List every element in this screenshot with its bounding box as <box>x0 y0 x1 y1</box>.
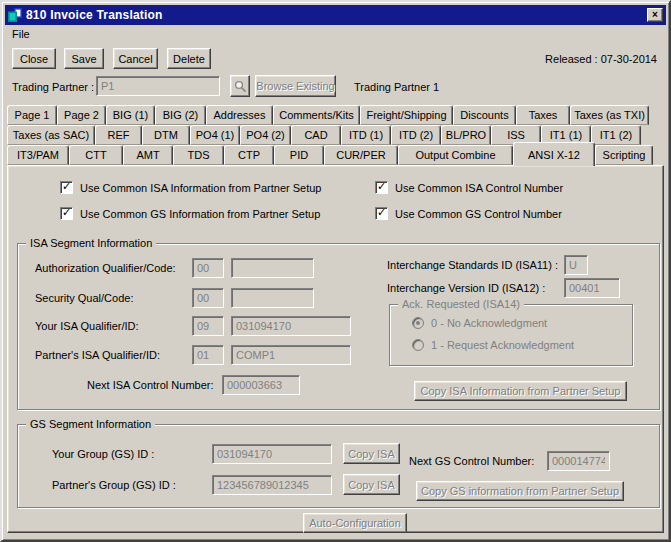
delete-button[interactable]: Delete <box>167 48 211 69</box>
security-qual-label: Security Qual/Code: <box>35 292 133 304</box>
tab-ctt[interactable]: CTT <box>69 145 123 165</box>
isa11-label: Interchange Standards ID (ISA11) : <box>387 259 558 271</box>
title-bar: 810 Invoice Translation × <box>5 5 666 25</box>
next-isa-control-label: Next ISA Control Number: <box>87 379 214 391</box>
use-common-gs-info-checkbox[interactable]: Use Common GS Information from Partner S… <box>60 207 320 220</box>
tab-big-1[interactable]: BIG (1) <box>106 105 155 125</box>
radio-label: 0 - No Acknowledgment <box>431 317 547 329</box>
ack-radio-request: 1 - Request Acknowledgment <box>412 339 574 351</box>
tab-tds[interactable]: TDS <box>173 145 224 165</box>
your-isa-id-input <box>231 316 351 336</box>
isa11-input <box>564 255 588 275</box>
isa12-input <box>564 278 620 298</box>
checkbox-checked-icon <box>60 207 73 220</box>
checkbox-label: Use Common GS Information from Partner S… <box>80 208 320 220</box>
use-common-isa-info-checkbox[interactable]: Use Common ISA Information from Partner … <box>60 181 322 194</box>
tab-big-2[interactable]: BIG (2) <box>155 105 206 125</box>
tab-dtm[interactable]: DTM <box>142 125 190 145</box>
ack-requested-groupbox: Ack. Requested (ISA14) 0 - No Acknowledg… <box>389 304 633 366</box>
partner-isa-id-input <box>231 345 351 365</box>
tab-cad[interactable]: CAD <box>291 125 341 145</box>
auth-qualifier-input <box>192 258 224 278</box>
window-title: 810 Invoice Translation <box>26 8 163 22</box>
ansi-x12-panel: Use Common ISA Information from Partner … <box>7 165 664 533</box>
isa-group-title: ISA Segment Information <box>26 236 156 250</box>
save-button[interactable]: Save <box>64 48 104 69</box>
isa-segment-groupbox: ISA Segment Information Authorization Qu… <box>17 243 660 410</box>
tab-discounts[interactable]: Discounts <box>453 105 516 125</box>
tab-taxes-as-txi[interactable]: Taxes (as TXI) <box>570 105 649 125</box>
copy-isa-your-button: Copy ISA <box>343 443 400 464</box>
tab-freight-shipping[interactable]: Freight/Shipping <box>360 105 453 125</box>
tab-ctp[interactable]: CTP <box>224 145 274 165</box>
tab-po4-1[interactable]: PO4 (1) <box>190 125 240 145</box>
copy-gs-from-partner-button: Copy GS information from Partner Setup <box>416 481 624 501</box>
tab-row-1: Page 1 Page 2 BIG (1) BIG (2) Addresses … <box>7 105 649 125</box>
tab-it1-2[interactable]: IT1 (2) <box>591 125 641 145</box>
tab-bl-pro[interactable]: BL/PRO <box>441 125 491 145</box>
tab-output-combine[interactable]: Output Combine <box>398 145 513 165</box>
tab-itd-2[interactable]: ITD (2) <box>391 125 441 145</box>
tab-page-2[interactable]: Page 2 <box>57 105 106 125</box>
your-isa-qualifier-input <box>192 316 224 336</box>
tab-ref[interactable]: REF <box>95 125 142 145</box>
tab-it3-pam[interactable]: IT3/PAM <box>7 145 69 165</box>
tab-page-1[interactable]: Page 1 <box>7 105 57 125</box>
trading-partner-label: Trading Partner : <box>12 81 94 93</box>
checkbox-checked-icon <box>375 207 388 220</box>
your-group-id-label: Your Group (GS) ID : <box>52 448 154 460</box>
use-common-gs-control-checkbox[interactable]: Use Common GS Control Number <box>375 207 562 220</box>
tab-amt[interactable]: AMT <box>123 145 173 165</box>
tab-addresses[interactable]: Addresses <box>206 105 273 125</box>
security-qual-input <box>192 288 224 308</box>
tab-taxes[interactable]: Taxes <box>516 105 570 125</box>
checkbox-label: Use Common ISA Information from Partner … <box>80 182 322 194</box>
tab-comments-kits[interactable]: Comments/Kits <box>273 105 360 125</box>
radio-icon <box>412 339 424 351</box>
tab-taxes-as-sac[interactable]: Taxes (as SAC) <box>7 125 95 145</box>
checkbox-checked-icon <box>375 181 388 194</box>
next-gs-control-input <box>547 451 610 471</box>
tab-scripting[interactable]: Scripting <box>595 145 653 165</box>
copy-isa-partner-button: Copy ISA <box>343 474 400 495</box>
tab-itd-1[interactable]: ITD (1) <box>341 125 391 145</box>
search-button[interactable] <box>230 75 250 97</box>
radio-label: 1 - Request Acknowledgment <box>431 339 574 351</box>
menu-file[interactable]: File <box>5 27 37 41</box>
partner-group-id-label: Partner's Group (GS) ID : <box>52 479 176 491</box>
trading-partner-input <box>96 76 220 96</box>
gs-group-title: GS Segment Information <box>26 417 155 431</box>
copy-isa-from-partner-button: Copy ISA Information from Partner Setup <box>414 381 627 401</box>
use-common-isa-control-checkbox[interactable]: Use Common ISA Control Number <box>375 181 563 194</box>
menu-bar: File <box>5 25 666 43</box>
partner-isa-qualifier-input <box>192 345 224 365</box>
partner-isa-qualifier-label: Partner's ISA Qualifier/ID: <box>35 349 160 361</box>
next-isa-control-input <box>222 375 300 395</box>
tab-pid[interactable]: PID <box>274 145 324 165</box>
checkbox-label: Use Common ISA Control Number <box>395 182 563 194</box>
ack-group-title: Ack. Requested (ISA14) <box>398 297 524 311</box>
cancel-button[interactable]: Cancel <box>113 48 158 69</box>
app-icon <box>8 8 22 22</box>
tab-po4-2[interactable]: PO4 (2) <box>240 125 291 145</box>
gs-segment-groupbox: GS Segment Information Your Group (GS) I… <box>17 424 660 508</box>
close-icon[interactable]: × <box>647 8 663 22</box>
isa12-label: Interchange Version ID (ISA12) : <box>387 282 545 294</box>
your-group-id-input <box>212 444 332 464</box>
security-code-input <box>231 288 314 308</box>
auth-qualifier-label: Authorization Qualifier/Code: <box>35 262 176 274</box>
auto-configuration-button: Auto-Configuration <box>303 513 407 533</box>
partner-group-id-input <box>212 475 332 495</box>
tab-ansi-x12[interactable]: ANSI X-12 <box>513 142 595 166</box>
close-button[interactable]: Close <box>12 48 56 69</box>
tab-row-3: IT3/PAM CTT AMT TDS CTP PID CUR/PER Outp… <box>7 145 653 165</box>
released-date-label: Released : 07-30-2014 <box>545 53 657 65</box>
tab-cur-per[interactable]: CUR/PER <box>324 145 398 165</box>
trading-partner-name: Trading Partner 1 <box>354 81 439 93</box>
invoice-translation-window: 810 Invoice Translation × File Close Sav… <box>0 0 671 542</box>
your-isa-qualifier-label: Your ISA Qualifier/ID: <box>35 320 139 332</box>
radio-selected-icon <box>412 317 424 329</box>
checkbox-checked-icon <box>60 181 73 194</box>
search-icon <box>234 80 247 93</box>
checkbox-label: Use Common GS Control Number <box>395 208 562 220</box>
